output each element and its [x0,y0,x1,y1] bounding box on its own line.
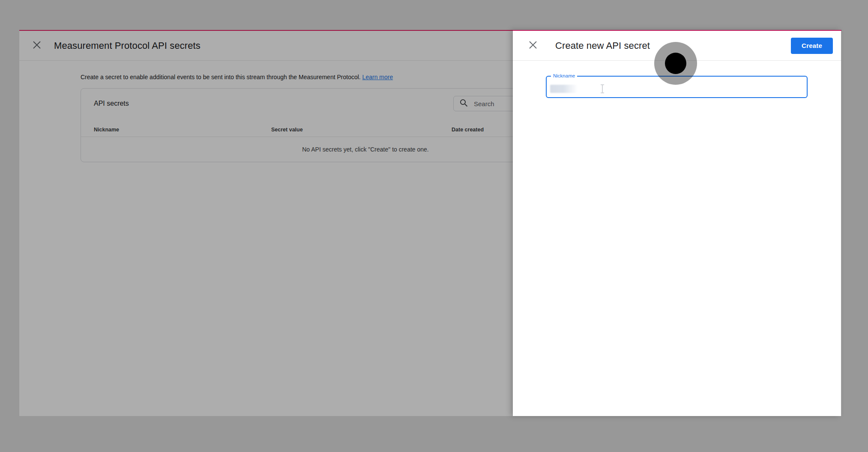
panel-header: Create new API secret Create [513,31,841,61]
create-api-secret-panel: Create new API secret Create Nickname [513,30,841,416]
panel-close-button[interactable] [527,40,539,52]
panel-title: Create new API secret [555,40,650,51]
nickname-input[interactable] [547,77,807,97]
nickname-field: Nickname [546,76,808,98]
stage: Measurement Protocol API secrets Create … [0,0,868,452]
create-button[interactable]: Create [791,38,833,54]
close-icon [529,41,537,51]
